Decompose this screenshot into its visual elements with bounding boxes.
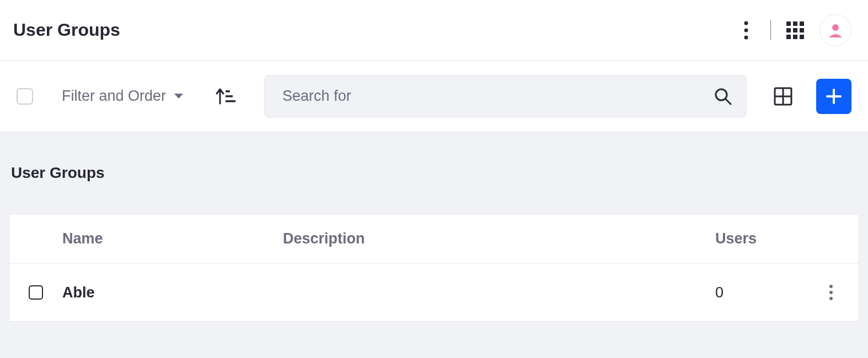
content-area: User Groups Name Description Users Able … — [0, 132, 868, 358]
svg-point-23 — [829, 285, 833, 288]
add-button[interactable] — [816, 79, 851, 114]
user-avatar-button[interactable] — [819, 14, 851, 46]
svg-point-25 — [829, 297, 833, 300]
sort-button[interactable] — [216, 87, 235, 106]
col-header-name[interactable]: Name — [62, 230, 283, 247]
svg-rect-10 — [793, 35, 797, 39]
svg-rect-14 — [226, 95, 233, 97]
col-header-users[interactable]: Users — [715, 230, 803, 247]
apps-grid-icon — [786, 21, 804, 39]
row-check-cell — [9, 285, 62, 300]
svg-rect-5 — [800, 21, 804, 26]
select-all-checkbox[interactable] — [17, 88, 33, 105]
row-actions-cell — [803, 279, 859, 306]
top-header: User Groups — [0, 0, 868, 61]
section-title: User Groups — [9, 132, 859, 182]
col-header-description[interactable]: Description — [283, 230, 715, 247]
svg-point-12 — [832, 24, 839, 31]
svg-point-1 — [744, 28, 748, 32]
user-groups-table: Name Description Users Able 0 — [9, 214, 859, 322]
table-row[interactable]: Able 0 — [9, 264, 859, 321]
svg-point-2 — [744, 35, 748, 39]
svg-rect-7 — [793, 28, 797, 32]
page-title: User Groups — [13, 20, 120, 40]
svg-rect-9 — [786, 35, 791, 39]
toolbar: Filter and Order — [0, 61, 868, 132]
filter-order-dropdown[interactable]: Filter and Order — [62, 88, 184, 105]
apps-grid-button[interactable] — [782, 17, 808, 44]
sort-icon — [216, 87, 235, 106]
search-icon — [714, 88, 732, 105]
user-icon — [827, 22, 844, 39]
svg-line-17 — [726, 99, 731, 104]
row-checkbox[interactable] — [29, 285, 43, 300]
top-header-right — [733, 14, 851, 46]
vertical-dots-icon — [744, 21, 748, 40]
svg-rect-15 — [226, 100, 235, 102]
header-divider — [770, 20, 771, 40]
vertical-dots-icon — [829, 284, 833, 301]
table-header-row: Name Description Users — [9, 214, 859, 264]
row-users-cell: 0 — [715, 284, 803, 301]
view-toggle-button[interactable] — [770, 83, 796, 110]
svg-rect-11 — [800, 35, 804, 39]
svg-rect-8 — [800, 28, 804, 32]
svg-point-0 — [744, 21, 748, 25]
caret-down-icon — [174, 93, 184, 100]
header-more-button[interactable] — [733, 17, 759, 44]
svg-point-24 — [829, 291, 833, 294]
svg-rect-3 — [786, 21, 791, 26]
svg-rect-4 — [793, 21, 797, 26]
row-more-button[interactable] — [818, 279, 844, 306]
grid-view-icon — [774, 87, 792, 106]
row-name-cell: Able — [62, 284, 283, 301]
search-box[interactable] — [264, 75, 747, 118]
plus-icon — [825, 88, 843, 105]
svg-rect-13 — [226, 90, 230, 93]
filter-order-label: Filter and Order — [62, 88, 166, 105]
search-input[interactable] — [282, 88, 714, 105]
svg-rect-6 — [786, 28, 791, 32]
